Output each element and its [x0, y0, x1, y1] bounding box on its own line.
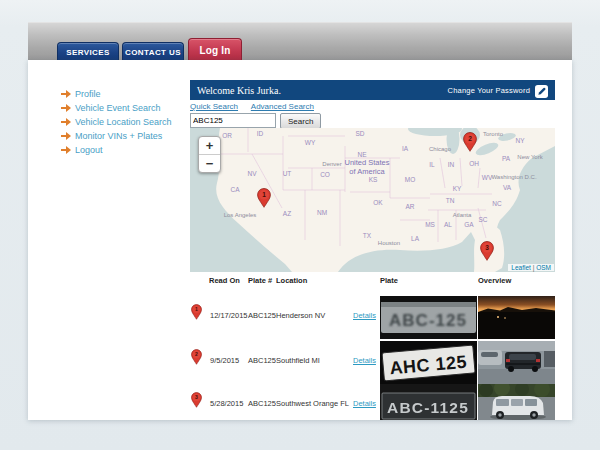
location-value: Southfield MI — [276, 356, 320, 365]
read-on-value: 5/28/2015 — [210, 399, 243, 408]
svg-text:2: 2 — [468, 135, 472, 142]
leaflet-link[interactable]: Leaflet — [511, 264, 531, 271]
screen: SERVICES CONTACT US Log In Profile Vehic… — [0, 0, 600, 450]
osm-link[interactable]: OSM — [536, 264, 551, 271]
column-header-plate: Plate # — [248, 276, 272, 285]
sidebar-item-logout[interactable]: Logout — [61, 144, 103, 156]
search-mode-links: Quick Search Advanced Search — [190, 102, 325, 111]
arrow-icon — [61, 90, 71, 98]
map-canvas[interactable]: ORIDWYSDNENVUTCACOKSAZNMOKTXMOIAARLAMSAL… — [190, 128, 555, 272]
arrow-icon — [61, 146, 71, 154]
svg-text:1: 1 — [262, 191, 266, 198]
plate-number-value: ABC125 — [248, 356, 276, 365]
change-password-button[interactable]: Change Your Password — [448, 84, 548, 97]
column-header-plate-image: Plate — [380, 276, 398, 285]
result-row-1: 112/17/2015ABC125Henderson NVDetails ABC… — [190, 296, 555, 339]
svg-text:3: 3 — [195, 394, 198, 400]
arrow-icon — [61, 132, 71, 140]
welcome-message: Welcome Kris Jurka. — [197, 85, 281, 96]
read-on-value: 9/5/2015 — [210, 356, 239, 365]
sidebar-item-label: Monitor VINs + Plates — [75, 131, 162, 141]
result-row-2: 29/5/2015ABC125Southfield MIDetails AHC … — [190, 341, 555, 384]
details-link[interactable]: Details — [353, 399, 376, 408]
welcome-bar: Welcome Kris Jurka. Change Your Password — [190, 80, 555, 100]
map-marker-2[interactable]: 2 — [463, 132, 477, 152]
sidebar-item-monitor-vins-plates[interactable]: Monitor VINs + Plates — [61, 130, 162, 142]
map-zoom-control: + − — [198, 136, 221, 173]
result-row-3: 35/28/2015ABC125Southwest Orange FLDetai… — [190, 384, 555, 420]
map-marker-3[interactable]: 3 — [480, 241, 494, 261]
sidebar-item-vehicle-event-search[interactable]: Vehicle Event Search — [61, 102, 161, 114]
plate-number-value: ABC125 — [248, 311, 276, 320]
map-base-layer — [190, 128, 555, 272]
login-button[interactable]: Log In — [188, 38, 242, 61]
details-link[interactable]: Details — [353, 311, 376, 320]
read-on-value: 12/17/2015 — [210, 311, 248, 320]
row-pin-icon: 2 — [191, 349, 202, 365]
page: Profile Vehicle Event Search Vehicle Loc… — [28, 60, 572, 420]
plate-image[interactable]: ABC-125 — [380, 296, 477, 339]
sidebar-item-label: Logout — [75, 145, 103, 155]
overview-image[interactable] — [478, 384, 555, 420]
search-form: Search — [190, 113, 321, 129]
column-header-location: Location — [276, 276, 307, 285]
location-value: Henderson NV — [276, 311, 325, 320]
row-pin-icon: 3 — [191, 392, 202, 408]
edit-pencil-icon[interactable] — [535, 84, 548, 97]
zoom-out-button[interactable]: − — [199, 155, 220, 172]
plate-number-value: ABC125 — [248, 399, 276, 408]
svg-text:3: 3 — [485, 244, 489, 251]
map-marker-1[interactable]: 1 — [257, 188, 271, 208]
quick-search-link[interactable]: Quick Search — [190, 102, 238, 111]
sidebar-item-label: Vehicle Event Search — [75, 103, 161, 113]
svg-text:1: 1 — [195, 306, 198, 312]
overview-image[interactable] — [478, 296, 555, 339]
plate-image[interactable]: AHC 125 — [380, 341, 477, 384]
plate-image[interactable]: ABC-1125 — [380, 384, 477, 420]
svg-text:ABC-125: ABC-125 — [389, 311, 467, 330]
sidebar-item-vehicle-location-search[interactable]: Vehicle Location Search — [61, 116, 172, 128]
top-nav-bar: SERVICES CONTACT US Log In — [28, 22, 572, 61]
advanced-search-link[interactable]: Advanced Search — [251, 102, 314, 111]
quick-search-input[interactable] — [190, 113, 276, 128]
search-button[interactable]: Search — [280, 113, 321, 129]
arrow-icon — [61, 118, 71, 126]
location-value: Southwest Orange FL — [276, 399, 349, 408]
svg-text:2: 2 — [195, 351, 198, 357]
sidebar-item-profile[interactable]: Profile — [61, 88, 101, 100]
arrow-icon — [61, 104, 71, 112]
map-attribution: Leaflet | OSM — [508, 264, 554, 271]
attribution-separator: | — [533, 264, 535, 271]
sidebar-item-label: Vehicle Location Search — [75, 117, 172, 127]
zoom-in-button[interactable]: + — [199, 137, 220, 155]
svg-text:ABC-1125: ABC-1125 — [387, 399, 469, 416]
nav-tab-contact-us[interactable]: CONTACT US — [122, 42, 184, 61]
row-pin-icon: 1 — [191, 304, 202, 320]
details-link[interactable]: Details — [353, 356, 376, 365]
main-content: Welcome Kris Jurka. Change Your Password… — [190, 60, 555, 420]
column-header-overview-image: Overview — [478, 276, 511, 285]
sidebar-item-label: Profile — [75, 89, 101, 99]
overview-image[interactable] — [478, 341, 555, 384]
column-header-read-on: Read On — [209, 276, 240, 285]
nav-tab-services[interactable]: SERVICES — [57, 42, 119, 61]
